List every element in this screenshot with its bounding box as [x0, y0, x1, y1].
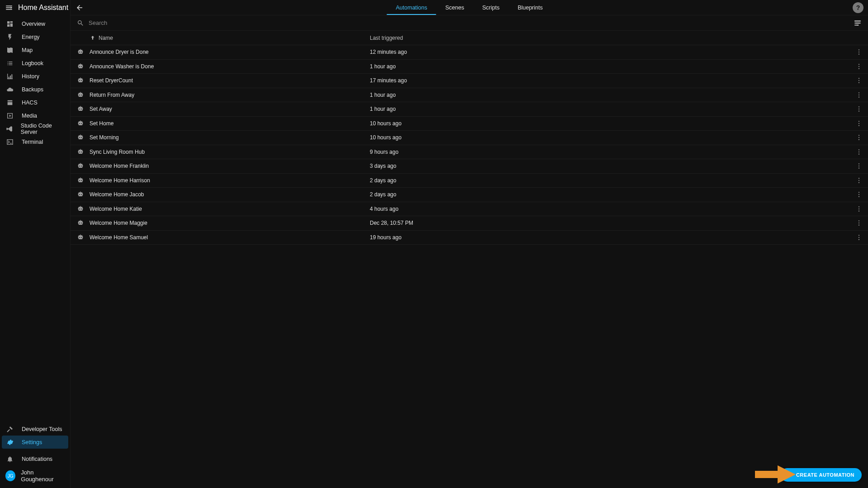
table-row[interactable]: Announce Dryer is Done12 minutes ago — [71, 45, 868, 60]
row-menu-button[interactable] — [850, 177, 868, 184]
sidebar-item-energy[interactable]: Energy — [2, 30, 68, 43]
svg-rect-42 — [755, 471, 778, 478]
svg-point-4 — [859, 66, 859, 67]
bell-icon — [5, 455, 14, 463]
row-menu-button[interactable] — [850, 234, 868, 241]
sidebar-item-label: Terminal — [22, 139, 43, 145]
list-icon — [5, 60, 14, 67]
sidebar-item-logbook[interactable]: Logbook — [2, 57, 68, 70]
table-row[interactable]: Welcome Home MaggieDec 28, 10:57 PM — [71, 216, 868, 231]
automation-name: Welcome Home Maggie — [90, 220, 370, 226]
robot-icon — [77, 48, 90, 56]
user-row[interactable]: JG John Goughenour — [2, 465, 68, 486]
svg-point-13 — [859, 109, 859, 109]
sidebar-item-history[interactable]: History — [2, 70, 68, 83]
chart-icon — [5, 73, 14, 80]
robot-icon — [77, 191, 90, 198]
sidebar-item-settings[interactable]: Settings — [2, 436, 68, 449]
tab-blueprints[interactable]: Blueprints — [509, 0, 552, 15]
sidebar-item-overview[interactable]: Overview — [2, 17, 68, 30]
svg-point-33 — [859, 206, 859, 207]
row-menu-button[interactable] — [850, 205, 868, 213]
row-menu-button[interactable] — [850, 162, 868, 170]
svg-point-25 — [859, 166, 859, 166]
automation-name: Set Home — [90, 120, 370, 127]
table-row[interactable]: Set Morning10 hours ago — [71, 131, 868, 145]
cog-icon — [5, 439, 14, 446]
svg-point-24 — [859, 164, 859, 165]
help-icon[interactable]: ? — [853, 2, 863, 13]
table-row[interactable]: Announce Washer is Done1 hour ago — [71, 60, 868, 74]
svg-point-17 — [859, 125, 859, 126]
robot-icon — [77, 148, 90, 156]
column-last-triggered[interactable]: Last triggered — [370, 35, 868, 41]
row-menu-button[interactable] — [850, 63, 868, 70]
row-menu-button[interactable] — [850, 48, 868, 56]
sidebar-item-terminal[interactable]: Terminal — [2, 135, 68, 148]
table-row[interactable]: Return From Away1 hour ago — [71, 88, 868, 103]
sidebar-item-label: History — [22, 73, 39, 80]
automation-name: Set Morning — [90, 134, 370, 141]
svg-point-28 — [859, 180, 859, 181]
row-menu-button[interactable] — [850, 77, 868, 84]
svg-point-7 — [859, 80, 859, 81]
row-menu-button[interactable] — [850, 148, 868, 156]
sidebar-item-developer-tools[interactable]: Developer Tools — [2, 422, 68, 436]
table-row[interactable]: Reset DryerCount17 minutes ago — [71, 74, 868, 88]
svg-point-29 — [859, 182, 859, 183]
row-menu-button[interactable] — [850, 105, 868, 113]
sidebar-item-studio-code-server[interactable]: Studio Code Server — [2, 122, 68, 135]
robot-icon — [77, 120, 90, 127]
sidebar-item-media[interactable]: Media — [2, 109, 68, 122]
svg-point-36 — [859, 221, 859, 222]
tabs: AutomationsScenesScriptsBlueprints — [387, 0, 552, 15]
table-row[interactable]: Welcome Home Samuel19 hours ago — [71, 231, 868, 245]
table-row[interactable]: Welcome Home Katie4 hours ago — [71, 202, 868, 217]
sidebar-item-map[interactable]: Map — [2, 43, 68, 57]
tab-scripts[interactable]: Scripts — [473, 0, 509, 15]
filter-icon[interactable] — [854, 19, 862, 27]
svg-point-30 — [859, 192, 859, 193]
robot-icon — [77, 63, 90, 70]
sidebar-item-label: Logbook — [22, 60, 43, 66]
table-row[interactable]: Set Home10 hours ago — [71, 117, 868, 131]
column-name[interactable]: Name — [90, 35, 370, 41]
user-name: John Goughenour — [21, 469, 65, 483]
search-input[interactable] — [89, 19, 849, 26]
table-row[interactable]: Welcome Home Harrison2 days ago — [71, 174, 868, 188]
row-menu-button[interactable] — [850, 219, 868, 227]
row-menu-button[interactable] — [850, 191, 868, 198]
sidebar-item-backups[interactable]: Backups — [2, 83, 68, 96]
table-row[interactable]: Welcome Home Jacob2 days ago — [71, 188, 868, 202]
svg-point-40 — [859, 237, 859, 238]
automation-name: Reset DryerCount — [90, 77, 370, 84]
row-menu-button[interactable] — [850, 134, 868, 141]
robot-icon — [77, 91, 90, 99]
svg-point-2 — [859, 54, 859, 55]
table-row[interactable]: Sync Living Room Hub9 hours ago — [71, 145, 868, 160]
automation-last-triggered: 9 hours ago — [370, 149, 850, 155]
row-menu-button[interactable] — [850, 120, 868, 127]
svg-point-5 — [859, 68, 859, 69]
avatar: JG — [5, 470, 15, 481]
menu-toggle-icon[interactable] — [4, 2, 14, 13]
hammer-icon — [5, 426, 14, 433]
sidebar-item-label: Map — [22, 47, 33, 53]
row-menu-button[interactable] — [850, 91, 868, 99]
svg-point-15 — [859, 121, 859, 122]
automation-name: Return From Away — [90, 92, 370, 98]
sidebar-header: Home Assistant — [0, 0, 70, 15]
table-row[interactable]: Welcome Home Franklin3 days ago — [71, 159, 868, 174]
tab-scenes[interactable]: Scenes — [436, 0, 473, 15]
table-row[interactable]: Set Away1 hour ago — [71, 102, 868, 117]
tab-automations[interactable]: Automations — [387, 0, 436, 15]
back-button[interactable] — [71, 4, 89, 12]
robot-icon — [77, 134, 90, 141]
sidebar-item-label: Media — [22, 113, 37, 119]
sidebar-item-notifications[interactable]: Notifications — [2, 452, 68, 465]
sidebar-item-hacs[interactable]: HACS — [2, 96, 68, 109]
topbar: AutomationsScenesScriptsBlueprints ? — [71, 0, 868, 15]
create-automation-button[interactable]: + CREATE AUTOMATION — [781, 468, 862, 482]
sidebar-item-label: Overview — [22, 21, 45, 27]
svg-point-41 — [859, 239, 859, 240]
